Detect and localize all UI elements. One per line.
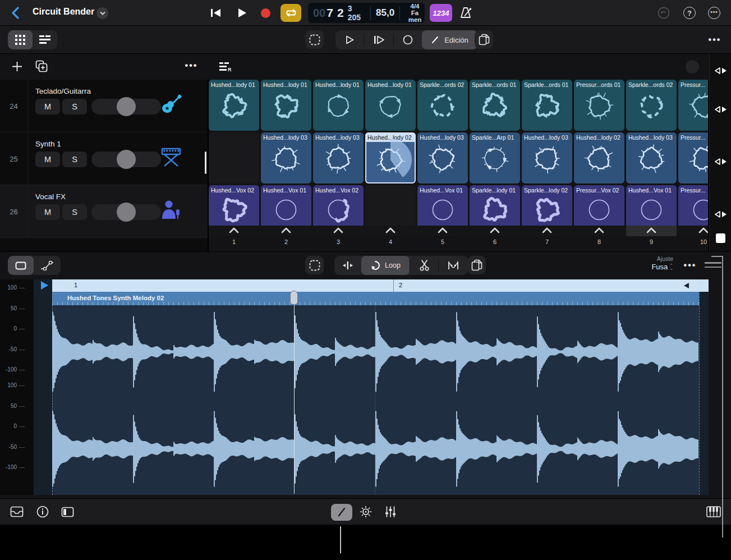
grid-cell[interactable]: Hushed...lody 01 (209, 80, 259, 131)
stop-all-button[interactable] (716, 233, 725, 243)
grid-cell-empty[interactable] (209, 132, 259, 183)
track-name[interactable]: Teclado/Guitarra (35, 87, 91, 95)
region-header[interactable]: Hushed Tones Synth Melody 02 (52, 292, 699, 305)
grid-cell[interactable]: Hushed...lody 03 (522, 132, 572, 183)
mute-button[interactable]: M (35, 152, 60, 167)
grid-cell[interactable]: Hushed...lody 02 (574, 132, 624, 183)
grid-cell[interactable]: Pressur... (678, 80, 708, 131)
solo-button[interactable]: S (62, 152, 87, 167)
grid-cell[interactable]: Hushed...lody 03 (261, 132, 311, 183)
volume-slider[interactable] (91, 99, 161, 114)
grid-cell[interactable]: Pressur... (678, 132, 708, 183)
record-cells-button[interactable] (394, 30, 422, 49)
tracks-view-button[interactable] (33, 30, 57, 49)
add-track-button[interactable] (9, 58, 25, 74)
scene-trigger-button-header[interactable] (714, 67, 728, 75)
mixer-button[interactable] (383, 504, 398, 519)
grid-cell[interactable]: Pressur...ords 01 (574, 80, 624, 131)
browser-button[interactable] (9, 504, 25, 519)
solo-button[interactable]: S (62, 99, 87, 114)
volume-knob[interactable] (117, 203, 136, 222)
grid-cell[interactable]: Hushed...lody 01 (261, 80, 311, 131)
column-trigger-button[interactable] (209, 227, 259, 233)
edit-mode-button[interactable]: Edición (422, 30, 478, 49)
copy-button[interactable] (475, 30, 493, 49)
automation-tool-button[interactable] (34, 256, 61, 275)
controls-button[interactable] (358, 504, 374, 519)
grid-scroll-indicator[interactable] (205, 152, 206, 174)
scene-trigger-button-row-24[interactable] (714, 105, 728, 113)
editor-play-marker[interactable] (40, 281, 49, 290)
cycle-button[interactable] (281, 4, 301, 22)
playhead[interactable] (294, 292, 295, 494)
track-row[interactable]: 24Teclado/GuitarraMS (0, 80, 208, 132)
scene-trigger-button-row-26[interactable] (714, 210, 728, 218)
scene-trigger-button-row-25[interactable] (714, 158, 728, 166)
toolbar-overflow-button[interactable]: ••• (706, 34, 724, 46)
track-row[interactable]: 25Synth 1MS (0, 132, 208, 185)
column-trigger-button[interactable] (313, 227, 364, 233)
grid-cell[interactable]: Sparkle...ords 02 (417, 80, 468, 131)
grid-cell[interactable]: Hushed...lody 02 (365, 132, 416, 183)
volume-knob[interactable] (117, 150, 136, 169)
volume-slider[interactable] (91, 152, 161, 167)
selection-tool-button[interactable] (8, 256, 34, 275)
record-button[interactable] (257, 6, 274, 20)
inspector-button[interactable] (59, 504, 75, 519)
grid-cell[interactable]: Sparkle...ords 02 (626, 80, 677, 131)
play-button[interactable] (233, 6, 250, 20)
grid-cell[interactable]: Hushed...lody 03 (626, 132, 677, 183)
mute-button[interactable]: M (35, 99, 60, 114)
undo-button[interactable] (658, 7, 670, 19)
region-left-edge[interactable] (52, 279, 53, 495)
column-trigger-button[interactable] (522, 227, 572, 233)
grid-cell[interactable]: Hushed...lody 03 (417, 132, 468, 183)
column-trigger-button[interactable] (626, 227, 677, 233)
column-trigger-button[interactable] (470, 227, 520, 233)
editor-copy-button[interactable] (467, 256, 486, 274)
track-name[interactable]: Vocal FX (35, 192, 66, 201)
track-row[interactable]: 26Vocal FXMS (0, 185, 208, 238)
help-button[interactable]: ? (683, 7, 696, 19)
queue-button[interactable]: R (218, 59, 233, 75)
grid-cell[interactable]: Hushed...lody 03 (313, 132, 364, 183)
pencil-edit-button[interactable] (331, 504, 352, 521)
lcd-display[interactable]: 00 7 2 3 205 85,0 4/4 Fa men (308, 3, 425, 23)
play-cells-button[interactable] (335, 30, 364, 49)
gain-button[interactable] (439, 256, 468, 275)
rewind-button[interactable] (208, 6, 224, 20)
grid-cell[interactable]: Sparkle...Arp 01 (470, 132, 520, 183)
loop-button[interactable]: Loop (361, 256, 410, 275)
settings-more-button[interactable]: ••• (708, 7, 720, 19)
region-body[interactable] (52, 305, 699, 495)
column-trigger-button[interactable] (365, 227, 416, 233)
editor-drag-handle[interactable] (705, 262, 721, 268)
metronome-button[interactable] (457, 5, 475, 21)
region-right-edge[interactable] (699, 279, 700, 495)
grid-cell[interactable]: Sparkle...ords 01 (522, 80, 572, 131)
playhead-handle[interactable] (290, 291, 298, 305)
grid-view-button[interactable] (8, 30, 33, 49)
mute-button[interactable]: M (35, 204, 60, 220)
column-trigger-button[interactable] (261, 227, 311, 233)
snap-control[interactable]: Ajuste Fusa⌃⌄ (628, 255, 673, 272)
volume-slider[interactable] (91, 204, 161, 220)
volume-knob[interactable] (117, 97, 136, 116)
split-button[interactable] (410, 256, 438, 275)
back-button[interactable] (8, 6, 22, 20)
solo-button[interactable]: S (62, 204, 87, 220)
editor-ruler[interactable]: 1 2 (52, 279, 709, 292)
play-from-button[interactable] (364, 30, 393, 49)
marquee-tool-button[interactable] (305, 30, 324, 49)
track-name[interactable]: Synth 1 (35, 140, 61, 148)
grid-cell[interactable]: Hushed...lody 01 (365, 80, 416, 131)
grid-cell[interactable]: Hushed...lody 01 (313, 80, 364, 131)
count-in-button[interactable]: 1234 (430, 4, 452, 22)
track-header-more-button[interactable]: ••• (183, 59, 200, 72)
jump-left-icon[interactable] (683, 282, 689, 289)
column-trigger-button[interactable] (678, 227, 708, 233)
title-menu-button[interactable] (96, 7, 108, 19)
column-trigger-button[interactable] (574, 227, 624, 233)
keyboard-play-button[interactable] (705, 504, 723, 519)
column-trigger-button[interactable] (417, 227, 468, 233)
